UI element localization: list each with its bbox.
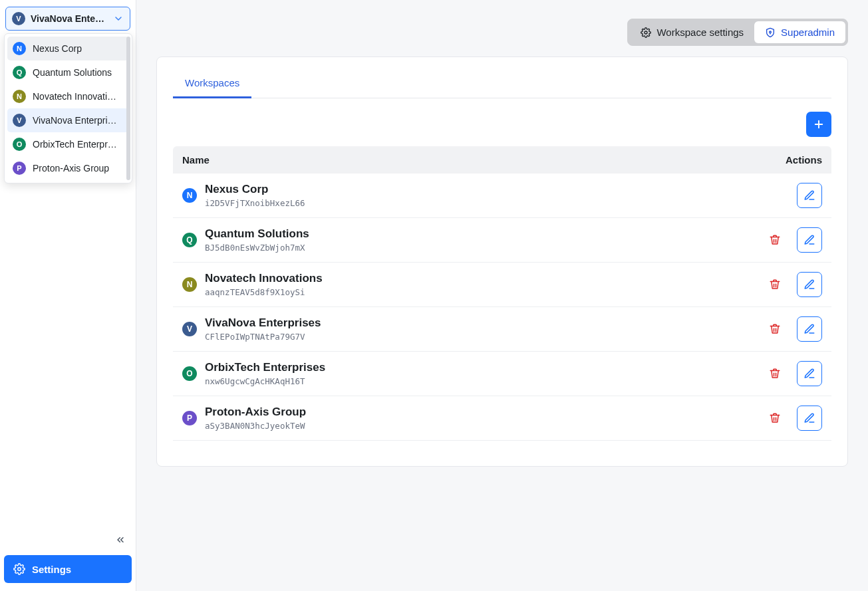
table-row: NNovatech InnovationsaaqnzTEAV5d8f9X1oyS… bbox=[173, 263, 831, 307]
table-header-name: Name bbox=[182, 154, 786, 166]
pencil-icon bbox=[803, 234, 815, 246]
table-row: OOrbixTech Enterprisesnxw6UgcwCgAcHKAqH1… bbox=[173, 352, 831, 396]
delete-workspace-button[interactable] bbox=[762, 406, 788, 431]
sidebar: V VivaNova Enter… NNexus CorpQQuantum So… bbox=[0, 0, 136, 591]
workspace-dropdown-item[interactable]: VVivaNova Enterpri… bbox=[7, 108, 129, 132]
workspace-name: Quantum Solutions bbox=[205, 227, 762, 241]
table-row: NNexus Corpi2D5VFjTXnoibHxezL66 bbox=[173, 174, 831, 218]
workspace-dropdown: NNexus CorpQQuantum SolutionsNNovatech I… bbox=[4, 33, 132, 183]
workspace-selector-avatar: V bbox=[12, 12, 25, 25]
workspace-id: BJ5dB0nEsWvZbWjoh7mX bbox=[205, 243, 762, 253]
edit-workspace-button[interactable] bbox=[797, 316, 822, 342]
table-header-actions: Actions bbox=[786, 154, 822, 166]
workspace-avatar: V bbox=[13, 114, 26, 127]
edit-workspace-button[interactable] bbox=[797, 272, 822, 297]
dropdown-scrollbar[interactable] bbox=[126, 37, 130, 180]
workspace-selector[interactable]: V VivaNova Enter… bbox=[5, 7, 130, 31]
workspace-dropdown-label: Nexus Corp bbox=[33, 43, 82, 54]
workspace-id: i2D5VFjTXnoibHxezL66 bbox=[205, 198, 797, 208]
delete-workspace-button[interactable] bbox=[762, 361, 788, 386]
workspace-id: nxw6UgcwCgAcHKAqH16T bbox=[205, 376, 762, 386]
workspace-name: Novatech Innovations bbox=[205, 272, 762, 285]
workspace-avatar: P bbox=[13, 162, 26, 175]
settings-button-label: Settings bbox=[32, 564, 71, 575]
view-toggle: Workspace settings Superadmin bbox=[627, 19, 848, 46]
workspace-dropdown-label: Proton-Axis Group bbox=[33, 163, 109, 174]
workspace-avatar: P bbox=[182, 411, 197, 425]
tab-workspace-settings[interactable]: Workspace settings bbox=[630, 21, 754, 43]
workspace-id: aSy3BAN0N3hcJyeokTeW bbox=[205, 421, 762, 431]
tab-workspaces[interactable]: Workspaces bbox=[173, 69, 251, 98]
workspace-avatar: N bbox=[13, 42, 26, 55]
workspace-avatar: Q bbox=[13, 66, 26, 79]
trash-icon bbox=[769, 234, 781, 246]
table-header: Name Actions bbox=[173, 146, 831, 174]
delete-workspace-button[interactable] bbox=[762, 272, 788, 297]
pencil-icon bbox=[803, 189, 815, 201]
table-body: NNexus Corpi2D5VFjTXnoibHxezL66QQuantum … bbox=[173, 174, 831, 441]
svg-point-1 bbox=[645, 31, 647, 34]
edit-workspace-button[interactable] bbox=[797, 227, 822, 253]
edit-workspace-button[interactable] bbox=[797, 361, 822, 386]
table-row: VVivaNova EnterprisesCFlEPoIWpTNAtPa79G7… bbox=[173, 307, 831, 352]
pencil-icon bbox=[803, 323, 815, 335]
trash-icon bbox=[769, 323, 781, 335]
delete-workspace-button[interactable] bbox=[762, 316, 788, 342]
card-tabs: Workspaces bbox=[173, 69, 831, 98]
table-row: PProton-Axis GroupaSy3BAN0N3hcJyeokTeW bbox=[173, 396, 831, 441]
workspace-name: Proton-Axis Group bbox=[205, 406, 762, 419]
workspace-avatar: O bbox=[13, 138, 26, 151]
add-workspace-button[interactable] bbox=[806, 112, 831, 137]
edit-workspace-button[interactable] bbox=[797, 406, 822, 431]
workspace-avatar: N bbox=[182, 277, 197, 292]
trash-icon bbox=[769, 279, 781, 291]
workspace-dropdown-item[interactable]: NNovatech Innovati… bbox=[7, 84, 129, 108]
pencil-icon bbox=[803, 279, 815, 291]
delete-workspace-button[interactable] bbox=[762, 227, 788, 253]
workspace-dropdown-label: VivaNova Enterpri… bbox=[33, 115, 117, 126]
edit-workspace-button[interactable] bbox=[797, 183, 822, 208]
main-content: Workspace settings Superadmin Workspaces… bbox=[136, 0, 868, 591]
chevron-down-icon bbox=[113, 13, 124, 24]
workspace-name: VivaNova Enterprises bbox=[205, 316, 762, 330]
workspace-dropdown-label: Quantum Solutions bbox=[33, 67, 112, 78]
workspace-dropdown-label: Novatech Innovati… bbox=[33, 91, 116, 102]
svg-point-0 bbox=[18, 568, 21, 571]
workspace-avatar: Q bbox=[182, 233, 197, 247]
workspace-dropdown-item[interactable]: NNexus Corp bbox=[7, 37, 129, 60]
trash-icon bbox=[769, 412, 781, 424]
chevrons-left-icon bbox=[115, 534, 126, 545]
tab-superadmin-label: Superadmin bbox=[781, 27, 835, 38]
workspace-id: aaqnzTEAV5d8f9X1oySi bbox=[205, 287, 762, 297]
gear-icon bbox=[13, 563, 25, 575]
pencil-icon bbox=[803, 412, 815, 424]
workspace-dropdown-item[interactable]: OOrbixTech Enterpr… bbox=[7, 132, 129, 156]
gear-icon bbox=[641, 27, 651, 38]
pencil-icon bbox=[803, 368, 815, 380]
workspace-avatar: N bbox=[182, 188, 197, 203]
workspace-avatar: V bbox=[182, 322, 197, 336]
workspace-avatar: O bbox=[182, 366, 197, 381]
collapse-sidebar-button[interactable] bbox=[113, 532, 128, 547]
table-row: QQuantum SolutionsBJ5dB0nEsWvZbWjoh7mX bbox=[173, 218, 831, 263]
workspace-dropdown-label: OrbixTech Enterpr… bbox=[33, 139, 117, 150]
workspace-dropdown-item[interactable]: QQuantum Solutions bbox=[7, 60, 129, 84]
tab-superadmin[interactable]: Superadmin bbox=[754, 21, 845, 43]
tab-workspace-settings-label: Workspace settings bbox=[656, 27, 744, 38]
workspace-selector-label: VivaNova Enter… bbox=[31, 13, 108, 24]
workspace-avatar: N bbox=[13, 90, 26, 103]
shield-lock-icon bbox=[765, 27, 776, 38]
workspace-name: OrbixTech Enterprises bbox=[205, 361, 762, 374]
workspace-dropdown-item[interactable]: PProton-Axis Group bbox=[7, 156, 129, 180]
workspace-name: Nexus Corp bbox=[205, 183, 797, 196]
plus-icon bbox=[813, 118, 825, 130]
trash-icon bbox=[769, 368, 781, 380]
workspaces-card: Workspaces Name Actions NNexus Corpi2D5V… bbox=[156, 57, 848, 467]
settings-button[interactable]: Settings bbox=[4, 555, 132, 583]
workspace-id: CFlEPoIWpTNAtPa79G7V bbox=[205, 332, 762, 342]
